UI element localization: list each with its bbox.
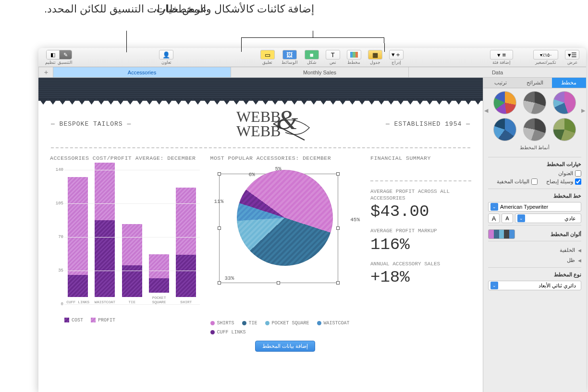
summary-title: FINANCIAL SUMMARY xyxy=(370,155,471,161)
pie-chart-title: MOST POPULAR ACCESSORIES: DECEMBER xyxy=(210,155,360,161)
metric-3-value: +18% xyxy=(370,268,471,286)
callout-bracket xyxy=(241,37,384,43)
canvas[interactable]: — BESPOKE TAILORS — WEBB WEBB & — ESTABL… xyxy=(38,78,483,392)
tab-accessories[interactable]: Accessories xyxy=(53,67,231,77)
font-style-dropdown[interactable]: ⌄عادي xyxy=(515,214,581,223)
header-left: — BESPOKE TAILORS — xyxy=(51,120,131,128)
chart-colors-label: ألوان المخطط xyxy=(551,231,581,238)
canvas-header-banner xyxy=(38,78,483,101)
comment-button[interactable]: ▭ تعليق xyxy=(257,49,278,65)
bar-legend: COST PROFIT xyxy=(50,318,200,323)
insert-button[interactable]: ＋▾ إدراج xyxy=(386,49,406,65)
font-smaller-button[interactable]: A xyxy=(502,214,513,223)
format-organize-segmented[interactable]: ✎ ◧ التنسيق تنظيم xyxy=(42,49,75,65)
header-right: — ESTABLISHED 1954 — xyxy=(386,120,470,128)
comment-icon: ▭ xyxy=(260,50,275,59)
media-button[interactable]: 🖼 الوسائط xyxy=(279,49,301,65)
add-category-button[interactable]: ≡ ▾ إضافة فئة xyxy=(487,49,516,65)
callout-line xyxy=(126,31,127,52)
add-category-icon: ≡ ▾ xyxy=(490,50,513,59)
chart-style-3[interactable] xyxy=(493,91,516,114)
shape-button[interactable]: ■ شكل xyxy=(302,49,322,65)
chart-style-5[interactable] xyxy=(523,118,546,141)
hidden-data-checkbox[interactable]: البيانات المخفية xyxy=(497,178,538,185)
chevron-right-icon[interactable]: ▶ xyxy=(581,107,585,114)
metric-2-value: 116% xyxy=(370,236,471,254)
callout-line xyxy=(313,31,313,37)
chart-style-6[interactable] xyxy=(493,118,516,141)
chart-style-2[interactable] xyxy=(523,91,546,114)
format-seg[interactable]: ✎ xyxy=(59,50,72,59)
pie-chart-section: MOST POPULAR ACCESSORIES: DECEMBER 45% 3… xyxy=(210,155,360,352)
inspector-tab-arrange[interactable]: ترتيب xyxy=(483,78,517,88)
bar-chart[interactable]: 03570105140 CUFF LINKSWAISTCOATTIEPOCKET… xyxy=(50,170,200,314)
pie-label-5: 5% xyxy=(275,166,282,172)
shadow-disclosure[interactable]: ◀ظل xyxy=(488,255,581,265)
view-button[interactable]: ☰▾ عرض xyxy=(562,49,582,65)
plus-icon: ＋▾ xyxy=(389,50,404,59)
add-sheet-button[interactable]: ＋ xyxy=(38,67,53,77)
chart-options-label: خيارات المخطط xyxy=(488,161,581,167)
inspector-tab-segments[interactable]: الشرائح xyxy=(517,78,551,88)
chart-type-dropdown[interactable]: ⌄دائري ثنائي الأبعاد xyxy=(488,281,581,290)
background-disclosure[interactable]: ◀الخلفية xyxy=(488,245,581,255)
zoom-button[interactable]: ١٥٠٪ ▾ تكبير/تصغير xyxy=(530,49,561,65)
callout-line xyxy=(241,43,242,52)
needle-icon xyxy=(271,118,314,142)
pie-label-33: 33% xyxy=(225,275,234,281)
sheet-tabs: ＋ Accessories Monthly Sales Data xyxy=(38,67,586,78)
toolbar: ☰▾ عرض ١٥٠٪ ▾ تكبير/تصغير ≡ ▾ إضافة فئة … xyxy=(38,48,586,67)
logo: WEBB WEBB & xyxy=(236,109,281,139)
pie-legend: SHIRTS TIE POCKET SQUARE WAISTCOAT CUFF … xyxy=(210,321,360,335)
pie-label-11: 11% xyxy=(214,199,224,204)
document-header: — BESPOKE TAILORS — WEBB WEBB & — ESTABL… xyxy=(38,101,483,144)
inspector-tabs: مخطط الشرائح ترتيب xyxy=(483,78,586,88)
chart-styles-caption: أنماط المخطط xyxy=(483,144,586,153)
collaborate-icon: 👤 xyxy=(159,50,173,59)
media-icon: 🖼 xyxy=(282,50,297,59)
pie-chart[interactable] xyxy=(237,170,333,266)
chart-colors-button[interactable] xyxy=(488,229,515,239)
chart-button[interactable]: مخطط xyxy=(344,49,364,65)
chart-style-4[interactable] xyxy=(553,118,576,141)
format-segments: ✎ ◧ xyxy=(46,50,72,59)
chart-type-label: نوع المخطط xyxy=(488,272,581,278)
zoom-value: ١٥٠٪ ▾ xyxy=(533,50,558,59)
chart-icon xyxy=(347,50,361,59)
inspector-tab-chart[interactable]: مخطط xyxy=(552,78,586,88)
collaborate-button[interactable]: 👤 تعاون xyxy=(156,49,176,65)
metric-3-label: ANNUAL ACCESSORY SALES xyxy=(370,261,471,267)
chart-font-label: خط المخطط xyxy=(488,193,581,199)
metric-2-label: AVERAGE PROFIT MARKUP xyxy=(370,227,471,234)
chart-style-1[interactable] xyxy=(553,91,576,114)
table-button[interactable]: ▦ جدول xyxy=(365,49,385,65)
pie-label-45: 45% xyxy=(350,217,360,223)
bar-chart-title: ACCESSORIES COST/PROFIT AVERAGE: DECEMBE… xyxy=(50,155,200,161)
legend-checkbox[interactable]: وسيلة إيضاح xyxy=(546,178,581,185)
chart-style-picker: ▶ ◀ xyxy=(483,88,586,144)
bar-chart-section: ACCESSORIES COST/PROFIT AVERAGE: DECEMBE… xyxy=(50,155,200,352)
callout-insert: إضافة كائنات كالأشكال والمخططات. xyxy=(153,2,314,17)
title-checkbox[interactable]: العنوان xyxy=(558,170,581,177)
app-window: ☰▾ عرض ١٥٠٪ ▾ تكبير/تصغير ≡ ▾ إضافة فئة … xyxy=(38,48,586,392)
callout-line xyxy=(384,43,385,52)
metric-1-label: AVERAGE PROFIT ACROSS ALL ACCESSORIES xyxy=(370,188,471,202)
text-button[interactable]: T نص xyxy=(323,49,343,65)
summary-section: FINANCIAL SUMMARY AVERAGE PROFIT ACROSS … xyxy=(370,155,471,352)
view-icon: ☰▾ xyxy=(565,50,579,59)
pie-label-6: 6% xyxy=(249,172,255,178)
edit-chart-data-button[interactable]: إضافة بيانات المخطط xyxy=(255,341,315,352)
inspector-panel: مخطط الشرائح ترتيب ▶ ◀ أنماط المخطط خيار… xyxy=(483,78,586,392)
divider xyxy=(370,180,471,181)
font-family-dropdown[interactable]: ⌄American Typewriter xyxy=(488,202,581,212)
svg-line-0 xyxy=(273,124,305,140)
chevron-left-icon[interactable]: ◀ xyxy=(484,107,488,114)
divider xyxy=(51,147,470,148)
organize-seg[interactable]: ◧ xyxy=(47,50,59,59)
table-icon: ▦ xyxy=(368,50,382,59)
metric-1-value: $43.00 xyxy=(370,202,471,221)
shape-icon: ■ xyxy=(305,50,319,59)
tab-monthly-sales[interactable]: Monthly Sales xyxy=(231,67,408,77)
font-larger-button[interactable]: A xyxy=(488,214,500,223)
tab-data[interactable]: Data xyxy=(408,67,586,77)
